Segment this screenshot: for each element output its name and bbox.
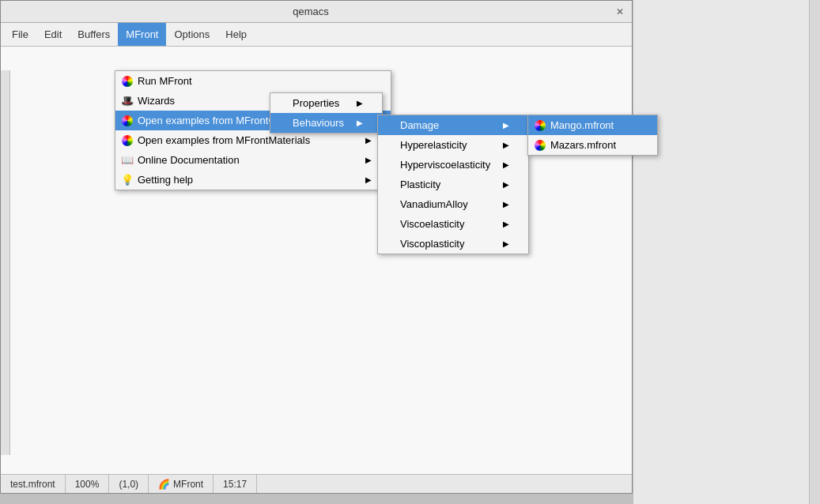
status-time: 15:17	[214, 475, 257, 493]
arrow-icon-viscoelasticity: ▶	[503, 220, 509, 228]
menu-item-getting-help[interactable]: 💡 Getting help ▶	[115, 170, 391, 190]
menu-item-mango[interactable]: Mango.mfront	[528, 115, 657, 135]
window-title: qemacs	[7, 6, 614, 17]
menu-item-viscoelasticity[interactable]: Viscoelasticity ▶	[378, 214, 528, 234]
menu-file[interactable]: File	[4, 23, 36, 46]
main-window: qemacs ✕ File Edit Buffers MFront Option…	[0, 0, 633, 494]
gallery-submenu-popup: Properties ▶ Behaviours ▶	[270, 92, 383, 134]
book-icon: 📖	[120, 155, 134, 166]
damage-submenu-popup: Mango.mfront Mazars.mfront	[527, 115, 658, 156]
menu-options[interactable]: Options	[166, 23, 217, 46]
rainbow-icon-mazars	[533, 140, 547, 151]
close-button[interactable]: ✕	[614, 6, 625, 17]
status-file: test.mfront	[7, 475, 66, 493]
arrow-icon-materials: ▶	[365, 136, 372, 145]
status-zoom: 100%	[66, 475, 110, 493]
arrow-icon-damage: ▶	[503, 121, 509, 130]
left-scrollbar[interactable]	[1, 70, 10, 455]
right-panel	[633, 0, 820, 504]
title-bar: qemacs ✕	[1, 1, 632, 23]
menu-item-behaviours[interactable]: Behaviours ▶	[270, 113, 382, 133]
arrow-icon-hyperviscoelasticity: ▶	[503, 160, 509, 169]
status-bar: test.mfront 100% (1,0) 🌈 MFront 15:17	[1, 474, 632, 493]
menu-item-hyperelasticity[interactable]: Hyperelasticity ▶	[378, 135, 528, 155]
content-area: Run MFront 🎩 Wizards ▶ Open examples fro…	[1, 47, 632, 474]
hat-icon: 🎩	[120, 96, 134, 107]
arrow-icon-plasticity: ▶	[503, 180, 509, 189]
arrow-icon-behaviours: ▶	[357, 118, 363, 127]
rainbow-icon-materials	[120, 135, 134, 146]
menu-buffers[interactable]: Buffers	[70, 23, 118, 46]
menu-help[interactable]: Help	[217, 23, 255, 46]
arrow-icon-viscoplasticity: ▶	[503, 239, 509, 248]
menu-item-plasticity[interactable]: Plasticity ▶	[378, 175, 528, 194]
status-mode: 🌈 MFront	[149, 475, 214, 493]
arrow-icon-docs: ▶	[365, 156, 372, 164]
menu-item-online-docs[interactable]: 📖 Online Documentation ▶	[115, 150, 391, 170]
rainbow-icon-mango	[533, 120, 547, 131]
arrow-icon-properties: ▶	[357, 99, 363, 107]
behaviours-submenu-popup: Damage ▶ Hyperelasticity ▶ Hyperviscoela…	[377, 115, 529, 254]
status-position: (1,0)	[109, 475, 149, 493]
rainbow-icon-run	[120, 76, 134, 87]
lightbulb-icon: 💡	[120, 175, 134, 186]
menu-mfront[interactable]: MFront	[118, 23, 166, 46]
menu-item-run-mfront[interactable]: Run MFront	[115, 71, 391, 91]
menu-item-properties[interactable]: Properties ▶	[270, 93, 382, 113]
menu-item-hyperviscoelasticity[interactable]: Hyperviscoelasticity ▶	[378, 155, 528, 175]
arrow-icon-vanadium: ▶	[503, 200, 509, 209]
menu-item-vanadium-alloy[interactable]: VanadiumAlloy ▶	[378, 194, 528, 214]
arrow-icon-help: ▶	[365, 175, 372, 184]
menu-bar: File Edit Buffers MFront Options Help	[1, 23, 632, 47]
menu-item-damage[interactable]: Damage ▶	[378, 115, 528, 135]
menu-item-mazars[interactable]: Mazars.mfront	[528, 135, 657, 155]
dropdown-container: Run MFront 🎩 Wizards ▶ Open examples fro…	[1, 47, 632, 474]
right-scrollbar[interactable]	[809, 0, 820, 504]
menu-edit[interactable]: Edit	[36, 23, 70, 46]
rainbow-icon-gallery	[120, 115, 134, 126]
arrow-icon-hyperelasticity: ▶	[503, 141, 509, 149]
menu-item-viscoplasticity[interactable]: Viscoplasticity ▶	[378, 234, 528, 254]
